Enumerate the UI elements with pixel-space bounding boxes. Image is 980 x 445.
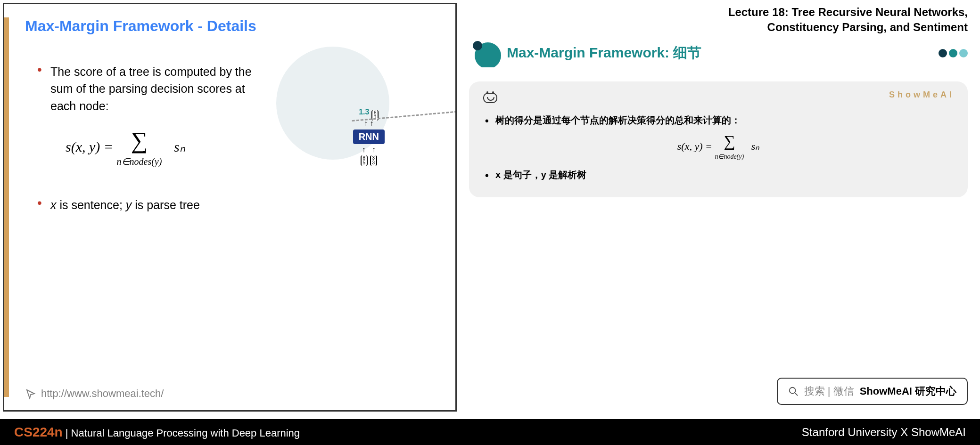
search-hint: 搜索 | 微信 [804,384,854,398]
search-icon [788,386,799,396]
slide-title: Max-Margin Framework - Details [4,4,455,35]
formula-subscript: n∈nodes(y) [117,156,162,167]
sigma-symbol: ∑ [724,132,735,150]
search-brand: ShowMeAI 研究中心 [860,384,956,398]
sigma-symbol: ∑ [131,127,148,154]
slide-pane: Max-Margin Framework - Details The score… [3,3,457,412]
translation-note-box: ShowMeAI 树的得分是通过每个节点的解析决策得分的总和来计算的： s(x,… [469,81,968,197]
note-formula-sub: n∈node(y) [715,153,744,160]
formula-rhs: sₙ [174,139,185,154]
cursor-icon [25,388,36,399]
rnn-box: RNN [353,129,385,144]
up-arrows-icon: ↑ ↑ [353,121,385,127]
footer-desc: Natural Language Processing with Deep Le… [71,427,300,439]
footer-bar: CS224n | Natural Language Processing wit… [0,419,980,445]
lecture-line-1: Lecture 18: Tree Recursive Neural Networ… [469,5,968,20]
rnn-score: 1.3 [359,108,369,116]
input-vector-1-icon: 85 [361,155,368,166]
svg-line-3 [794,393,797,396]
brand-label: ShowMeAI [889,90,955,100]
subtitle: Max-Margin Framework: 细节 [507,43,934,63]
decorative-dots-icon [469,39,502,67]
lecture-line-2: Constituency Parsing, and Sentiment [469,20,968,35]
note-formula: s(x, y) = ∑ n∈node(y) sₙ [483,133,954,162]
slide-bullet-1: The score of a tree is computed by the s… [37,63,254,114]
rnn-diagram: 1.3 83 ↑ ↑ RNN ↑ ↑ 85 33 [353,108,385,166]
note-bullet-2: x 是句子，y 是解析树 [483,166,954,183]
notes-pane: Lecture 18: Tree Recursive Neural Networ… [460,0,980,414]
svg-point-1 [473,41,482,50]
up-arrows-icon: ↑ ↑ [353,147,385,153]
svg-point-2 [789,388,795,394]
note-formula-lhs: s(x, y) = [677,140,715,152]
trailing-dots-icon [939,49,968,57]
note-formula-rhs: sₙ [751,140,760,152]
slide-url: http://www.showmeai.tech/ [25,388,164,400]
input-vector-2-icon: 33 [370,155,378,166]
lecture-header: Lecture 18: Tree Recursive Neural Networ… [469,5,968,35]
course-code: CS224n [14,425,63,440]
footer-sep: | [66,427,71,439]
search-box[interactable]: 搜索 | 微信 ShowMeAI 研究中心 [777,378,968,405]
footer-right: Stanford University X ShowMeAI [802,426,966,439]
note-bullet-1: 树的得分是通过每个节点的解析决策得分的总和来计算的： [483,112,954,129]
formula-lhs: s(x, y) = [66,139,117,154]
url-text: http://www.showmeai.tech/ [41,388,164,400]
slide-bullet-2: x is sentence; y is parse tree [37,196,432,213]
robot-icon [483,93,497,103]
